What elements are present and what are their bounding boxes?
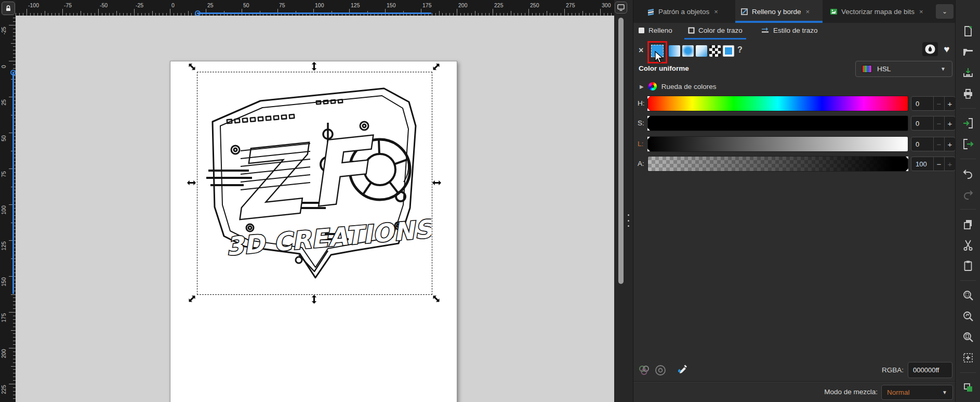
horizontal-ruler[interactable]: -100-75-50-25025507510012515017520022525… — [16, 0, 614, 16]
alpha-slider[interactable] — [648, 157, 908, 171]
close-tab-icon[interactable]: × — [919, 8, 923, 16]
ruler-label: -75 — [64, 2, 72, 8]
alpha-decrement-button[interactable]: − — [933, 157, 944, 171]
radial-gradient-button[interactable] — [682, 45, 694, 57]
ruler-corner — [0, 0, 16, 16]
cut-button[interactable] — [960, 237, 976, 253]
lightness-slider[interactable] — [648, 137, 908, 151]
scale-handle-corner-nw[interactable] — [188, 62, 196, 71]
clone-button[interactable] — [960, 400, 976, 402]
slider-label-hue: H: — [638, 99, 648, 107]
color-picker-eyedropper-icon[interactable] — [675, 363, 688, 377]
hue-slider[interactable] — [648, 96, 908, 111]
ruler-label: 200 — [458, 2, 468, 8]
saturation-increment-button[interactable]: + — [944, 116, 955, 130]
heart-icon: ♥ — [944, 44, 949, 55]
scale-handle-corner-se[interactable] — [432, 294, 441, 303]
zoom-selection-button[interactable] — [960, 287, 976, 304]
ruler-label: 150 — [1, 275, 7, 289]
swatch-button[interactable] — [723, 45, 734, 57]
color-wheel-expander[interactable]: ▶ Rueda de colores — [640, 82, 717, 90]
print-button[interactable] — [960, 85, 976, 102]
save-document-button[interactable] — [960, 64, 976, 81]
lightness-value[interactable]: 0 — [911, 137, 933, 151]
blend-mode-dropdown[interactable]: Normal ▼ — [881, 385, 953, 400]
redo-button[interactable] — [960, 186, 976, 203]
close-tab-icon[interactable]: × — [806, 8, 810, 16]
rgba-input[interactable]: 000000ff — [908, 362, 952, 378]
subtab-label: Relleno — [648, 27, 672, 34]
fill-stroke-dock: Patrón a objetos × Relleno y borde × Vec… — [633, 0, 956, 402]
alpha-increment-button[interactable]: + — [944, 157, 955, 171]
scale-handle-edge-n[interactable] — [310, 62, 319, 71]
dock-tab-1[interactable]: Patrón a objetos × — [642, 0, 733, 23]
vertical-scrollbar[interactable] — [618, 18, 624, 284]
hue-value[interactable]: 0 — [911, 97, 933, 110]
blend-mode-label: Modo de mezcla: — [774, 388, 878, 396]
scale-handle-edge-s[interactable] — [310, 295, 319, 304]
color-mode-dropdown[interactable]: HSL ▼ — [855, 61, 952, 77]
saturation-value[interactable]: 0 — [911, 116, 933, 130]
export-button[interactable] — [960, 136, 976, 152]
gamut-target-icon[interactable] — [654, 364, 667, 377]
subtab-estilo-de-trazo[interactable]: Estilo de trazo — [761, 23, 818, 38]
scale-handle-corner-sw[interactable] — [188, 294, 196, 303]
pin-colors-button[interactable] — [922, 42, 938, 56]
zoom-center-button[interactable] — [960, 349, 976, 366]
saturation-slider[interactable] — [648, 116, 908, 131]
ruler-label: 25 — [207, 2, 214, 8]
canvas-viewport[interactable]: Z F 3D CREATIONS — [16, 16, 614, 402]
scale-handle-corner-ne[interactable] — [432, 62, 441, 71]
hue-decrement-button[interactable]: − — [933, 97, 944, 110]
zoom-page-button[interactable] — [960, 329, 976, 345]
scale-handle-edge-w[interactable] — [187, 178, 196, 187]
duplicate-button[interactable] — [960, 379, 976, 396]
subtab-relleno[interactable]: Relleno — [638, 23, 672, 38]
ruler-label: 125 — [1, 239, 7, 253]
linear-gradient-button[interactable] — [669, 45, 680, 57]
ruler-label: 275 — [566, 2, 575, 8]
unknown-paint-button[interactable]: ? — [737, 45, 743, 55]
color-wheel-toggle-icon[interactable] — [638, 364, 651, 377]
open-document-button[interactable] — [960, 44, 976, 60]
dock-bottom-row: RGBA: 000000ff — [633, 361, 956, 381]
import-button[interactable] — [960, 115, 976, 132]
paste-button[interactable] — [960, 257, 976, 274]
no-paint-button[interactable]: × — [639, 46, 643, 55]
slider-label-lightness: L: — [638, 140, 648, 148]
favorites-heart-button[interactable]: ♥ — [940, 42, 953, 56]
lightness-decrement-button[interactable]: − — [933, 137, 944, 151]
slider-label-saturation: S: — [638, 119, 648, 127]
dock-tab-3[interactable]: Vectorizar mapa de bits × — [825, 0, 932, 23]
dropdown-arrow-icon: ▼ — [941, 66, 946, 72]
pattern-button[interactable] — [709, 45, 721, 57]
hue-spinbox: 0 − + — [911, 96, 956, 111]
zoom-drawing-button[interactable] — [960, 308, 976, 325]
close-tab-icon[interactable]: × — [714, 8, 718, 16]
scale-handle-edge-e[interactable] — [432, 178, 441, 187]
lock-guides-button[interactable] — [2, 2, 15, 15]
rgba-label: RGBA: — [841, 366, 904, 374]
alpha-value[interactable]: 100 — [911, 157, 933, 171]
vertical-ruler[interactable]: -250255075100125150175200225 — [0, 16, 16, 402]
panel-resize-grip[interactable] — [626, 214, 630, 227]
undo-button[interactable] — [960, 165, 976, 182]
display-mode-button[interactable] — [615, 2, 627, 14]
blend-mode-value: Normal — [887, 388, 910, 396]
color-mode-label: HSL — [877, 65, 891, 73]
selection-extent-line — [197, 12, 431, 14]
mesh-gradient-button[interactable] — [696, 45, 707, 57]
subtab-color-de-trazo[interactable]: Color de trazo — [688, 23, 743, 38]
selection-extent-line — [12, 72, 14, 294]
copy-button[interactable] — [960, 216, 976, 232]
new-document-button[interactable] — [960, 23, 976, 40]
ruler-label: 225 — [494, 2, 504, 8]
saturation-decrement-button[interactable]: − — [933, 116, 944, 130]
hue-increment-button[interactable]: + — [944, 97, 955, 110]
lightness-increment-button[interactable]: + — [944, 137, 955, 151]
tab-overflow-button[interactable]: ⌄ — [936, 4, 953, 19]
fill-swatch-icon — [638, 27, 645, 34]
dock-tab-2[interactable]: Relleno y borde × — [735, 0, 823, 23]
redo-icon — [962, 188, 974, 201]
paste-icon — [962, 260, 974, 272]
